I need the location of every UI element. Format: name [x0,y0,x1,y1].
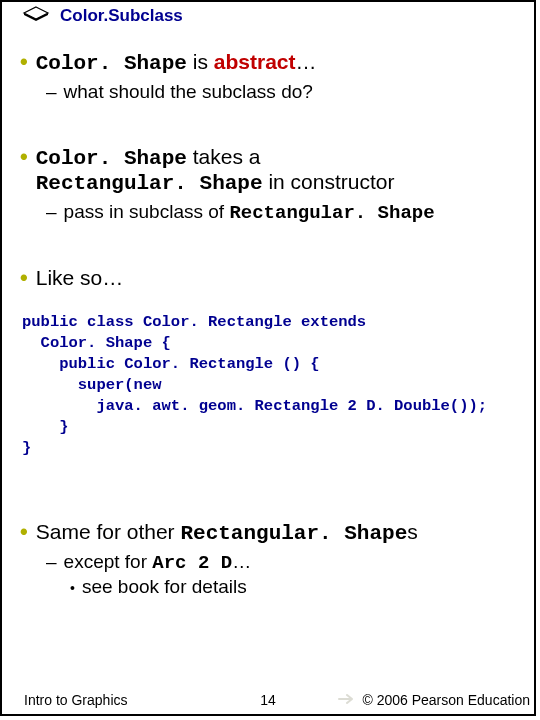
bullet-2-text: Color. Shape takes a Rectangular. Shape … [36,145,395,195]
slide-content: • Color. Shape is abstract… – what shoul… [2,28,534,598]
bullet-3: • Like so… [20,266,518,290]
code-block: public class Color. Rectangle extends Co… [22,312,518,458]
bullet-text: what should the subclass do? [64,81,313,103]
plain-text: Same for other [36,520,181,543]
plain-text: is [187,50,214,73]
slide: Color.Subclass • Color. Shape is abstrac… [0,0,536,716]
slide-title: Color.Subclass [60,6,183,26]
code-text: Rectangular. Shape [36,172,263,195]
slide-header: Color.Subclass [2,2,534,28]
bullet-1-sub: – what should the subclass do? [46,81,518,103]
footer-page-number: 14 [260,692,276,708]
footer-left: Intro to Graphics [24,692,128,708]
footer-copyright: © 2006 Pearson Education [362,692,530,708]
plain-text: … [295,50,316,73]
bullet-4-sub2: • see book for details [70,576,518,598]
bullet-2-sub-text: pass in subclass of Rectangular. Shape [64,201,435,224]
plain-text: pass in subclass of [64,201,230,222]
bullet-dot-icon: • [20,267,28,289]
bullet-4: • Same for other Rectangular. Shapes [20,520,518,545]
plain-text: s [407,520,418,543]
emphasis-text: abstract [214,50,296,73]
plain-text: takes a [187,145,261,168]
plain-text: except for [64,551,153,572]
code-text: Rectangular. Shape [180,522,407,545]
bullet-dot-icon: • [20,146,28,168]
bullet-1-text: Color. Shape is abstract… [36,50,317,75]
bullet-dot-icon: • [20,51,28,73]
footer-right: © 2006 Pearson Education [338,692,530,708]
bullet-4-sub: – except for Arc 2 D… [46,551,518,574]
bullet-dot-icon: • [20,521,28,543]
bullet-dot-icon: • [70,580,75,596]
bullet-2-sub: – pass in subclass of Rectangular. Shape [46,201,518,224]
plain-text: in constructor [263,170,395,193]
slide-footer: Intro to Graphics 14 © 2006 Pearson Educ… [2,692,534,708]
svg-marker-0 [24,7,48,19]
arrow-right-icon [338,692,356,708]
plain-text: … [232,551,251,572]
bullet-text: see book for details [82,576,247,598]
bullet-text: Like so… [36,266,124,290]
dash-icon: – [46,551,57,573]
dash-icon: – [46,201,57,223]
code-text: Color. Shape [36,52,187,75]
dash-icon: – [46,81,57,103]
code-text: Color. Shape [36,147,187,170]
bullet-2: • Color. Shape takes a Rectangular. Shap… [20,145,518,195]
code-text: Rectangular. Shape [229,202,434,224]
bullet-4-text: Same for other Rectangular. Shapes [36,520,418,545]
code-text: Arc 2 D [152,552,232,574]
bullet-4-sub-text: except for Arc 2 D… [64,551,252,574]
bullet-1: • Color. Shape is abstract… [20,50,518,75]
diamond-icon [22,6,50,26]
